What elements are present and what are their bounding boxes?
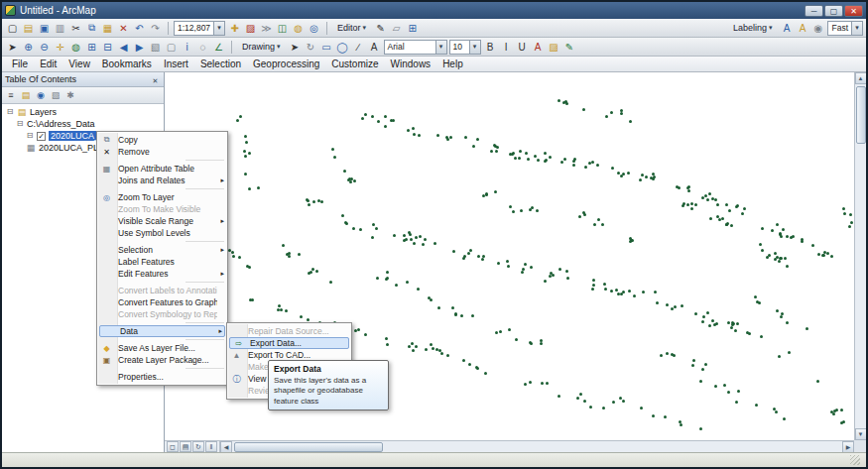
scale-combo[interactable]: 1:12,807 ▾ — [174, 21, 225, 36]
horizontal-scrollbar[interactable]: ◻▤↻‖ ◀ ▶ — [165, 440, 854, 452]
context-menu-item[interactable]: Joins and Relates ▸ — [97, 175, 227, 186]
arccatalog-icon[interactable]: ◍ — [291, 21, 306, 36]
maximize-button[interactable]: ▢ — [824, 5, 843, 17]
open-icon[interactable]: ▤ — [21, 21, 36, 36]
list-by-selection-icon[interactable]: ▧ — [49, 88, 62, 102]
data-view-button[interactable]: ◻ — [167, 441, 179, 452]
editor-pencil-icon[interactable]: ✎ — [373, 21, 388, 36]
toc-options-icon[interactable]: ✱ — [63, 88, 77, 102]
label-priority-icon[interactable]: A — [795, 21, 809, 36]
vertical-scroll-thumb[interactable] — [856, 86, 866, 144]
python-window-icon[interactable]: ≫ — [259, 21, 274, 36]
menu-bar-item[interactable]: Insert — [158, 58, 194, 70]
fill-color-icon[interactable]: ▨ — [547, 40, 561, 55]
horizontal-scroll-thumb[interactable] — [234, 442, 383, 452]
rotate-icon[interactable]: ↻ — [304, 40, 318, 55]
labeling-menu-button[interactable]: Labeling▾ — [728, 21, 778, 35]
chevron-down-icon[interactable]: ▾ — [469, 41, 480, 54]
scroll-up-icon[interactable]: ▲ — [855, 72, 867, 84]
editor-menu-button[interactable]: Editor▾ — [332, 21, 371, 35]
menu-bar-item[interactable]: Bookmarks — [96, 58, 158, 70]
delete-icon[interactable]: ✕ — [116, 21, 131, 36]
create-features-icon[interactable]: ⊞ — [405, 21, 420, 36]
layer-checkbox[interactable]: ✓ — [37, 132, 46, 141]
context-menu-item[interactable]: ✕ Remove — [97, 146, 227, 158]
collapse-icon[interactable]: ⊟ — [16, 120, 24, 128]
collapse-icon[interactable]: ⊟ — [26, 132, 34, 140]
save-icon[interactable]: ▣ — [37, 21, 52, 36]
zoom-in-icon[interactable]: ⊕ — [21, 40, 36, 55]
label-engine-combo[interactable]: Fast ▾ — [827, 21, 863, 36]
list-by-source-icon[interactable]: ▤ — [19, 88, 33, 102]
undo-icon[interactable]: ↶ — [132, 21, 147, 36]
list-by-drawing-order-icon[interactable]: ≡ — [4, 88, 18, 102]
rectangle-tool-icon[interactable]: ▭ — [319, 40, 334, 55]
pause-drawing-button[interactable]: ‖ — [205, 441, 217, 452]
fixed-zoom-in-icon[interactable]: ⊞ — [84, 40, 99, 55]
pan-icon[interactable]: ✛ — [53, 40, 67, 55]
select-elements-icon[interactable]: ➤ — [5, 40, 20, 55]
select-features-icon[interactable]: ▧ — [148, 40, 163, 55]
context-menu-item[interactable]: Zoom To Make Visible — [97, 203, 227, 215]
close-icon[interactable]: ✕ — [150, 74, 161, 85]
submenu-item[interactable]: ⇨ Export Data... — [229, 337, 349, 349]
model-builder-icon[interactable]: ◫ — [275, 21, 290, 36]
full-extent-icon[interactable]: ◍ — [68, 40, 83, 55]
context-menu-item[interactable]: Convert Labels to Annotation... — [97, 285, 227, 296]
line-tool-icon[interactable]: ∕ — [351, 40, 366, 55]
label-manager-icon[interactable]: A — [779, 21, 794, 36]
scroll-down-icon[interactable]: ▼ — [855, 428, 867, 440]
context-menu-item[interactable]: Convert Symbology to Representation... — [97, 308, 227, 320]
context-menu-item[interactable]: Selection ▸ — [97, 244, 227, 256]
drawing-pointer-icon[interactable]: ➤ — [288, 40, 303, 55]
toc-item-layers[interactable]: ⊟ ▤ Layers — [2, 106, 164, 118]
context-menu-item[interactable]: Visible Scale Range ▸ — [97, 215, 227, 227]
find-icon[interactable]: ◌ — [195, 40, 210, 55]
underline-icon[interactable]: U — [515, 40, 530, 55]
add-data-icon[interactable]: ✚ — [227, 21, 242, 36]
redo-icon[interactable]: ↷ — [148, 21, 163, 36]
menu-bar-item[interactable]: Customize — [325, 58, 384, 70]
menu-bar-item[interactable]: Edit — [34, 58, 62, 70]
menu-bar-item[interactable]: Geoprocessing — [247, 58, 325, 70]
edit-vertices-icon[interactable]: ▱ — [389, 21, 404, 36]
collapse-icon[interactable]: ⊟ — [6, 108, 14, 116]
font-size-combo[interactable]: 10 ▾ — [449, 40, 481, 55]
chevron-down-icon[interactable]: ▾ — [213, 22, 224, 35]
print-icon[interactable]: ▥ — [53, 21, 67, 36]
context-menu-item[interactable]: ◆ Save As Layer File... — [97, 342, 227, 354]
menu-bar-item[interactable]: Help — [436, 58, 469, 70]
font-name-combo[interactable]: Arial ▾ — [384, 40, 447, 55]
context-menu-item[interactable]: Properties... — [97, 371, 227, 383]
refresh-view-button[interactable]: ↻ — [192, 441, 204, 452]
new-map-icon[interactable]: ▢ — [5, 21, 20, 36]
vertical-scrollbar[interactable]: ▲ ▼ — [854, 72, 866, 440]
context-menu-item[interactable]: Label Features — [97, 256, 227, 268]
lock-labels-icon[interactable]: ◉ — [810, 21, 825, 36]
context-menu-item[interactable]: ⧉ Copy — [97, 134, 227, 146]
clear-selection-icon[interactable]: ▢ — [164, 40, 179, 55]
context-menu-item[interactable]: ◎ Zoom To Layer — [97, 191, 227, 203]
scroll-right-icon[interactable]: ▶ — [842, 441, 854, 453]
context-menu-item[interactable]: ▣ Create Layer Package... — [97, 354, 227, 366]
fixed-zoom-out-icon[interactable]: ⊟ — [100, 40, 115, 55]
forward-extent-icon[interactable]: ▶ — [132, 40, 147, 55]
paste-icon[interactable]: ▦ — [100, 21, 115, 36]
ellipse-tool-icon[interactable]: ◯ — [335, 40, 350, 55]
menu-bar-item[interactable]: Selection — [194, 58, 247, 70]
zoom-out-icon[interactable]: ⊖ — [37, 40, 52, 55]
search-window-icon[interactable]: ◎ — [307, 21, 321, 36]
scroll-left-icon[interactable]: ◀ — [220, 441, 232, 453]
font-color-icon[interactable]: A — [531, 40, 546, 55]
chevron-down-icon[interactable]: ▾ — [435, 41, 446, 54]
context-menu-item[interactable]: Data ▸ — [99, 325, 225, 337]
text-tool-icon[interactable]: A — [367, 40, 382, 55]
menu-bar-item[interactable]: File — [6, 58, 34, 70]
submenu-item[interactable]: Repair Data Source... — [227, 325, 351, 337]
cut-icon[interactable]: ✂ — [68, 21, 83, 36]
menu-bar-item[interactable]: Windows — [385, 58, 437, 70]
context-menu-item[interactable]: ▦ Open Attribute Table — [97, 163, 227, 175]
drawing-menu-button[interactable]: Drawing▾ — [237, 40, 286, 54]
resize-grip-icon[interactable] — [850, 455, 860, 465]
measure-icon[interactable]: ∠ — [211, 40, 226, 55]
